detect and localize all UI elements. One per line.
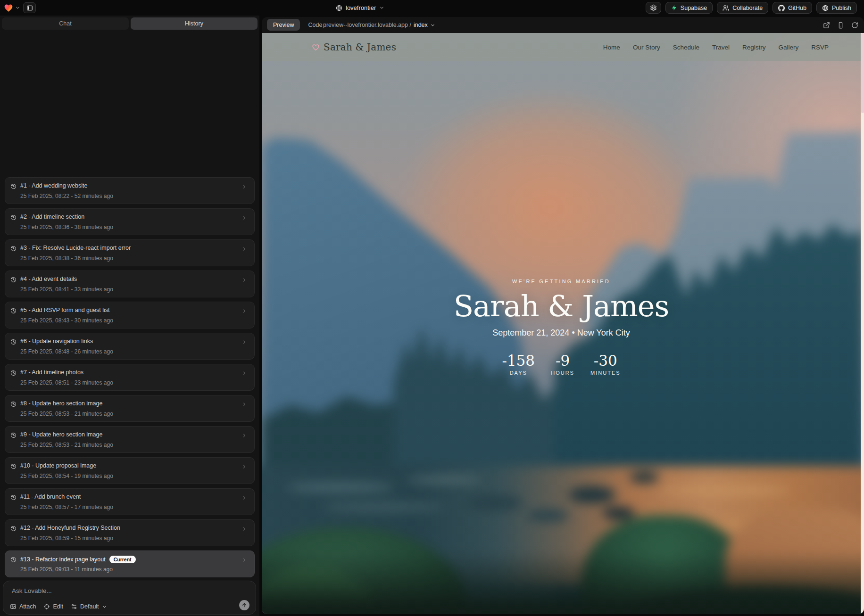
publish-button[interactable]: Publish — [816, 2, 857, 14]
tab-history[interactable]: History — [131, 17, 258, 30]
lovable-logo-menu[interactable] — [4, 3, 20, 13]
history-item[interactable]: #5 - Add RSVP form and guest list 25 Feb… — [5, 302, 255, 329]
supabase-icon — [671, 5, 677, 11]
external-link-icon — [823, 22, 830, 29]
attach-button[interactable]: Attach — [10, 603, 36, 610]
history-item-title: #5 - Add RSVP form and guest list — [20, 307, 109, 313]
sidebar-tabs: Chat History — [2, 17, 258, 30]
mode-selector-label: Default — [80, 603, 99, 610]
history-item-timestamp: 25 Feb 2025, 08:48 - 26 minutes ago — [20, 348, 113, 355]
edit-button[interactable]: Edit — [43, 603, 63, 610]
countdown-label: MINUTES — [590, 370, 621, 376]
settings-button[interactable] — [646, 2, 661, 14]
history-item[interactable]: #13 - Refactor index page layout Current… — [5, 550, 255, 577]
composer-placeholder: Ask Lovable... — [12, 587, 52, 594]
site-nav-link[interactable]: Registry — [742, 44, 766, 51]
history-item-row: #12 - Add Honeyfund Registry Section — [20, 525, 120, 531]
preview-panel: Preview Code preview--lovefrontier.lovab… — [262, 17, 864, 614]
site-brand-name: Sarah & James — [324, 41, 396, 53]
history-item-timestamp: 25 Feb 2025, 08:53 - 21 minutes ago — [20, 411, 113, 417]
preview-actions — [823, 17, 858, 33]
refresh-button[interactable] — [851, 22, 858, 29]
preview-scrollbar[interactable] — [861, 33, 864, 614]
site-nav-link[interactable]: Our Story — [633, 44, 660, 51]
history-item-timestamp: 25 Feb 2025, 08:57 - 17 minutes ago — [20, 504, 113, 510]
sliders-icon — [71, 603, 77, 610]
history-item[interactable]: #6 - Update navigation links 25 Feb 2025… — [5, 333, 255, 360]
github-button[interactable]: GitHub — [773, 2, 812, 14]
history-icon — [10, 183, 17, 189]
scrollbar-thumb[interactable] — [861, 33, 864, 113]
history-item-row: #10 - Update proposal image — [20, 462, 96, 469]
lovable-heart-icon — [4, 3, 13, 13]
history-item-timestamp: 25 Feb 2025, 08:43 - 30 minutes ago — [20, 317, 113, 324]
history-icon — [10, 432, 17, 438]
history-item[interactable]: #11 - Add brunch event 25 Feb 2025, 08:5… — [5, 488, 255, 515]
top-bar: lovefrontier Supabase Collaborate GitHub… — [0, 0, 864, 16]
site-nav: HomeOur StoryScheduleTravelRegistryGalle… — [603, 33, 829, 61]
composer-toolbar: Attach Edit Default — [10, 603, 107, 610]
history-item[interactable]: #8 - Update hero section image 25 Feb 20… — [5, 395, 255, 422]
site-nav-link[interactable]: Schedule — [673, 44, 699, 51]
sidebar-toggle-button[interactable] — [23, 2, 36, 13]
history-item-title: #7 - Add timeline photos — [20, 369, 83, 376]
site-nav-link[interactable]: RSVP — [811, 44, 829, 51]
mobile-view-button[interactable] — [837, 22, 844, 29]
history-item[interactable]: #12 - Add Honeyfund Registry Section 25 … — [5, 519, 255, 546]
countdown-item: -30 MINUTES — [590, 352, 621, 376]
history-item-title: #4 - Add event details — [20, 276, 77, 282]
open-in-new-tab-button[interactable] — [823, 22, 830, 29]
history-icon — [10, 494, 17, 501]
countdown: -158 DAYS -9 HOURS -30 MINUTES — [262, 352, 861, 376]
site-nav-link[interactable]: Gallery — [778, 44, 798, 51]
site-header: Sarah & James HomeOur StoryScheduleTrave… — [262, 33, 861, 61]
chevron-right-icon — [241, 433, 247, 438]
history-item-timestamp: 25 Feb 2025, 08:53 - 21 minutes ago — [20, 442, 113, 448]
topbar-actions: Supabase Collaborate GitHub Publish — [646, 2, 857, 14]
github-button-label: GitHub — [788, 5, 806, 11]
history-icon — [10, 308, 17, 314]
send-button[interactable] — [239, 600, 249, 610]
history-item-row: #3 - Fix: Resolve Lucide-react import er… — [20, 245, 131, 251]
edit-button-label: Edit — [53, 603, 63, 610]
tab-preview[interactable]: Preview — [267, 19, 300, 31]
history-item-row: #13 - Refactor index page layout Current — [20, 556, 136, 563]
arrow-up-icon — [241, 602, 247, 608]
history-item[interactable]: #1 - Add wedding website 25 Feb 2025, 08… — [5, 177, 255, 204]
history-list: #1 - Add wedding website 25 Feb 2025, 08… — [5, 177, 255, 582]
history-item-timestamp: 25 Feb 2025, 08:41 - 33 minutes ago — [20, 286, 113, 293]
history-item[interactable]: #7 - Add timeline photos 25 Feb 2025, 08… — [5, 364, 255, 391]
chevron-down-icon — [430, 23, 435, 28]
heart-icon — [312, 43, 320, 51]
globe-icon — [336, 5, 342, 11]
supabase-button[interactable]: Supabase — [665, 2, 713, 14]
collaborate-button[interactable]: Collaborate — [717, 2, 768, 14]
history-item[interactable]: #4 - Add event details 25 Feb 2025, 08:4… — [5, 271, 255, 297]
chevron-right-icon — [241, 464, 247, 469]
history-item-timestamp: 25 Feb 2025, 08:36 - 38 minutes ago — [20, 224, 113, 230]
current-badge: Current — [109, 556, 136, 563]
site-brand[interactable]: Sarah & James — [312, 33, 396, 61]
history-item[interactable]: #2 - Add timeline section 25 Feb 2025, 0… — [5, 208, 255, 235]
history-item-timestamp: 25 Feb 2025, 08:22 - 52 minutes ago — [20, 193, 113, 199]
history-item[interactable]: #3 - Fix: Resolve Lucide-react import er… — [5, 239, 255, 266]
project-switcher[interactable]: lovefrontier — [336, 0, 384, 16]
image-icon — [10, 603, 17, 610]
hero-eyebrow: WE'RE GETTING MARRIED — [262, 279, 861, 284]
attach-button-label: Attach — [19, 603, 36, 610]
chat-composer[interactable]: Ask Lovable... Attach Edit Default — [3, 581, 256, 615]
site-nav-link[interactable]: Home — [603, 44, 620, 51]
mode-selector[interactable]: Default — [71, 603, 107, 610]
smartphone-icon — [837, 22, 844, 29]
countdown-value: -30 — [590, 352, 621, 370]
history-icon — [10, 277, 17, 283]
chevron-right-icon — [241, 184, 247, 189]
crosshair-icon — [43, 603, 50, 610]
site-nav-link[interactable]: Travel — [712, 44, 730, 51]
history-item[interactable]: #9 - Update hero section image 25 Feb 20… — [5, 426, 255, 453]
tab-chat[interactable]: Chat — [2, 17, 129, 30]
preview-url[interactable]: preview--lovefrontier.lovable.app / inde… — [323, 17, 435, 33]
history-item[interactable]: #10 - Update proposal image 25 Feb 2025,… — [5, 457, 255, 484]
history-item-timestamp: 25 Feb 2025, 08:54 - 19 minutes ago — [20, 473, 113, 479]
chevron-right-icon — [241, 495, 247, 501]
